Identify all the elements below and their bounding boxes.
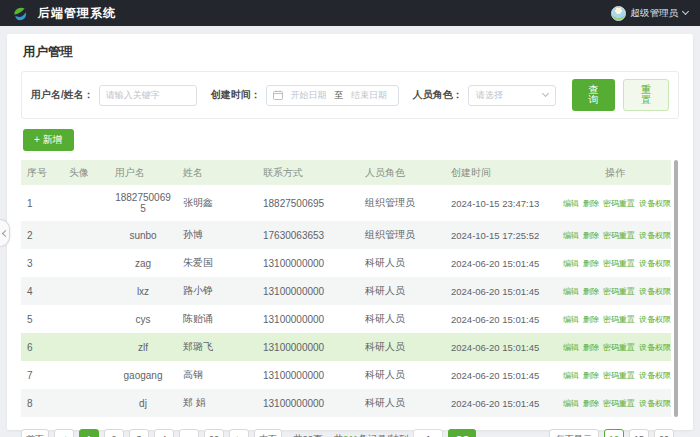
cell-name: 郑璐飞 <box>177 333 257 361</box>
cell-name: 路小铮 <box>177 277 257 305</box>
total-records-text: 共211条记录/转到 <box>334 433 409 437</box>
create-time-filter-label: 创建时间： <box>211 88 261 102</box>
page-button-1[interactable]: 1 <box>79 429 99 437</box>
user-table: 序号头像用户名姓名联系方式人员角色创建时间操作 118827500695张明鑫1… <box>21 160 671 417</box>
table-row: 2sunbo孙博17630063653组织管理员2024-10-15 17:25… <box>21 221 671 249</box>
device-permission-link[interactable]: 设备权限 <box>639 231 671 240</box>
role-select[interactable]: 请选择 <box>468 85 556 106</box>
cell-no: 6 <box>21 333 63 361</box>
password-reset-link[interactable]: 密码重置 <box>603 315 635 324</box>
table-row: 7gaogang高钢13100000000科研人员2024-06-20 15:0… <box>21 361 671 389</box>
column-header-5: 人员角色 <box>359 160 445 185</box>
password-reset-link[interactable]: 密码重置 <box>603 231 635 240</box>
table-row: 118827500695张明鑫18827500695组织管理员2024-10-1… <box>21 185 671 221</box>
cell-phone: 13100000000 <box>257 361 359 389</box>
cell-avatar <box>63 361 109 389</box>
page-ellipsis[interactable]: ··· <box>179 429 199 437</box>
device-permission-link[interactable]: 设备权限 <box>639 259 671 268</box>
add-user-button[interactable]: + 新增 <box>23 129 74 151</box>
delete-link[interactable]: 删除 <box>583 315 599 324</box>
filter-bar: 用户名/姓名： 创建时间： 开始日期 至 结束日期 人员角色： 请选择 查询 重… <box>21 71 679 119</box>
page-size-10[interactable]: 10 <box>604 429 624 437</box>
password-reset-link[interactable]: 密码重置 <box>603 399 635 408</box>
cell-name: 郑 娟 <box>177 389 257 417</box>
cell-actions: 编辑删除密码重置设备权限 <box>559 389 671 417</box>
cell-actions: 编辑删除密码重置设备权限 <box>559 333 671 361</box>
cell-username: 18827500695 <box>109 185 177 221</box>
password-reset-link[interactable]: 密码重置 <box>603 199 635 208</box>
page-size-15[interactable]: 15 <box>629 429 649 437</box>
password-reset-link[interactable]: 密码重置 <box>603 343 635 352</box>
cell-phone: 17630063653 <box>257 221 359 249</box>
delete-link[interactable]: 删除 <box>583 399 599 408</box>
next-page-button[interactable]: > <box>229 429 249 437</box>
jump-page-input[interactable] <box>413 429 443 437</box>
delete-link[interactable]: 删除 <box>583 371 599 380</box>
edit-link[interactable]: 编辑 <box>563 231 579 240</box>
device-permission-link[interactable]: 设备权限 <box>639 287 671 296</box>
page-button-4[interactable]: 4 <box>154 429 174 437</box>
start-date-placeholder[interactable]: 开始日期 <box>286 89 331 102</box>
edit-link[interactable]: 编辑 <box>563 343 579 352</box>
cell-phone: 13100000000 <box>257 249 359 277</box>
edit-link[interactable]: 编辑 <box>563 371 579 380</box>
edit-link[interactable]: 编辑 <box>563 315 579 324</box>
password-reset-link[interactable]: 密码重置 <box>603 287 635 296</box>
page-button-3[interactable]: 3 <box>129 429 149 437</box>
cell-role: 科研人员 <box>359 333 445 361</box>
last-page-button[interactable]: 末页 <box>254 429 282 437</box>
cell-username: dj <box>109 389 177 417</box>
user-menu[interactable]: 超级管理员 <box>611 6 689 21</box>
password-reset-link[interactable]: 密码重置 <box>603 259 635 268</box>
reset-button[interactable]: 重置 <box>623 79 669 111</box>
records-suffix: 条记录/转到 <box>358 433 408 437</box>
page-size-20[interactable]: 20 <box>654 429 674 437</box>
chevron-down-icon <box>541 90 548 97</box>
cell-no: 5 <box>21 305 63 333</box>
cell-phone: 13100000000 <box>257 333 359 361</box>
password-reset-link[interactable]: 密码重置 <box>603 371 635 380</box>
cell-role: 科研人员 <box>359 249 445 277</box>
prev-page-button[interactable]: < <box>54 429 74 437</box>
cell-actions: 编辑删除密码重置设备权限 <box>559 185 671 221</box>
cell-username: lxz <box>109 277 177 305</box>
cell-name: 张明鑫 <box>177 185 257 221</box>
edit-link[interactable]: 编辑 <box>563 259 579 268</box>
device-permission-link[interactable]: 设备权限 <box>639 371 671 380</box>
delete-link[interactable]: 删除 <box>583 231 599 240</box>
cell-phone: 13100000000 <box>257 389 359 417</box>
first-page-button[interactable]: 首页 <box>21 429 49 437</box>
edit-link[interactable]: 编辑 <box>563 287 579 296</box>
column-header-1: 头像 <box>63 160 109 185</box>
role-filter-label: 人员角色： <box>413 88 463 102</box>
page-button-22[interactable]: 22 <box>204 429 224 437</box>
delete-link[interactable]: 删除 <box>583 287 599 296</box>
go-button[interactable]: GO <box>448 429 476 437</box>
table-row: 6zlf郑璐飞13100000000科研人员2024-06-20 15:01:4… <box>21 333 671 361</box>
delete-link[interactable]: 删除 <box>583 199 599 208</box>
device-permission-link[interactable]: 设备权限 <box>639 343 671 352</box>
device-permission-link[interactable]: 设备权限 <box>639 199 671 208</box>
edit-link[interactable]: 编辑 <box>563 199 579 208</box>
cell-no: 3 <box>21 249 63 277</box>
search-button[interactable]: 查询 <box>572 79 616 111</box>
page-button-2[interactable]: 2 <box>104 429 124 437</box>
delete-link[interactable]: 删除 <box>583 259 599 268</box>
username-filter-input[interactable] <box>99 85 197 106</box>
cell-phone: 13100000000 <box>257 305 359 333</box>
date-range-picker[interactable]: 开始日期 至 结束日期 <box>266 85 399 106</box>
cell-created: 2024-10-15 17:25:52 <box>445 221 559 249</box>
cell-role: 科研人员 <box>359 389 445 417</box>
cell-name: 朱爱国 <box>177 249 257 277</box>
cell-role: 组织管理员 <box>359 185 445 221</box>
vertical-scrollbar[interactable] <box>674 160 678 417</box>
cell-avatar <box>63 185 109 221</box>
edit-link[interactable]: 编辑 <box>563 399 579 408</box>
app-logo-icon <box>12 5 29 22</box>
delete-link[interactable]: 删除 <box>583 343 599 352</box>
device-permission-link[interactable]: 设备权限 <box>639 315 671 324</box>
end-date-placeholder[interactable]: 结束日期 <box>346 89 391 102</box>
cell-avatar <box>63 249 109 277</box>
cell-actions: 编辑删除密码重置设备权限 <box>559 361 671 389</box>
device-permission-link[interactable]: 设备权限 <box>639 399 671 408</box>
